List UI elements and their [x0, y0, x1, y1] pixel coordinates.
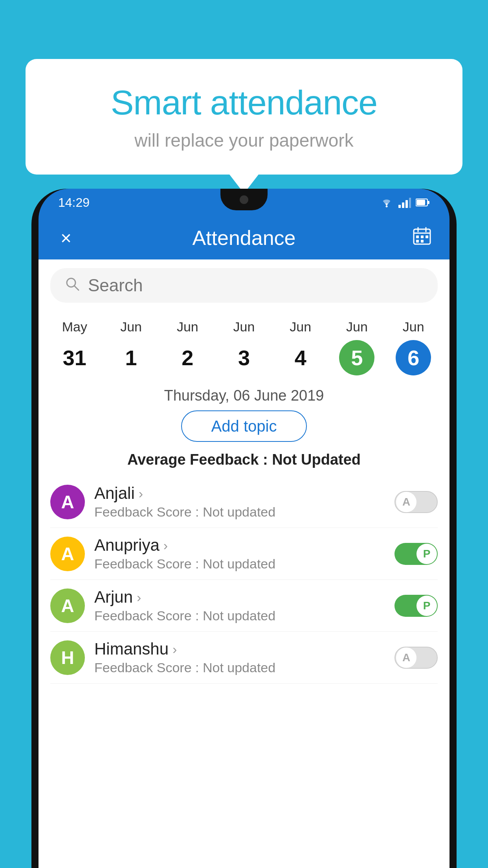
app-bar: × Attendance — [39, 216, 449, 259]
cal-month-label: Jun — [290, 319, 311, 335]
svg-point-0 — [386, 206, 388, 208]
student-name: Himanshu › — [94, 640, 385, 658]
toggle-thumb: A — [396, 647, 416, 668]
attendance-toggle[interactable]: P — [394, 543, 438, 565]
app-bar-title: Attendance — [78, 226, 410, 250]
close-button[interactable]: × — [54, 227, 78, 249]
cal-month-label: Jun — [177, 319, 198, 335]
svg-rect-13 — [421, 235, 424, 238]
speech-bubble-title: Smart attendance — [57, 83, 431, 123]
selected-date-label: Thursday, 06 June 2019 — [39, 387, 449, 404]
chevron-right-icon: › — [172, 642, 177, 657]
svg-rect-16 — [421, 240, 424, 243]
student-list: AAnjali ›Feedback Score : Not updatedAAA… — [39, 476, 449, 684]
search-input[interactable] — [88, 276, 424, 295]
student-item[interactable]: AAnupriya ›Feedback Score : Not updatedP — [50, 528, 438, 580]
cal-day-0[interactable]: May31 — [46, 319, 103, 375]
svg-rect-1 — [398, 205, 401, 208]
cal-day-2[interactable]: Jun2 — [159, 319, 216, 375]
calendar-strip: May31Jun1Jun2Jun3Jun4Jun5Jun6 — [39, 311, 449, 379]
toggle-thumb: P — [416, 596, 437, 616]
cal-day-3[interactable]: Jun3 — [216, 319, 272, 375]
cal-day-5[interactable]: Jun5 — [329, 319, 385, 375]
search-icon — [64, 276, 80, 295]
svg-rect-7 — [427, 201, 429, 204]
cal-date-number[interactable]: 31 — [57, 340, 92, 375]
student-item[interactable]: AArjun ›Feedback Score : Not updatedP — [50, 580, 438, 632]
cal-date-number[interactable]: 6 — [396, 340, 431, 375]
student-avatar: A — [50, 485, 85, 519]
avg-feedback: Average Feedback : Not Updated — [39, 451, 449, 468]
chevron-right-icon: › — [163, 538, 168, 553]
speech-bubble-subtitle: will replace your paperwork — [57, 130, 431, 151]
phone-frame: 14:29 — [31, 189, 457, 868]
notch — [220, 189, 268, 210]
search-bar[interactable] — [50, 268, 438, 303]
avg-feedback-label: Average Feedback : — [127, 451, 268, 468]
student-avatar: H — [50, 640, 85, 675]
speech-bubble-container: Smart attendance will replace your paper… — [26, 59, 462, 175]
avg-feedback-value: Not Updated — [272, 451, 361, 468]
student-avatar: A — [50, 588, 85, 623]
svg-line-18 — [74, 286, 79, 290]
student-item[interactable]: AAnjali ›Feedback Score : Not updatedA — [50, 476, 438, 528]
svg-rect-3 — [405, 200, 408, 208]
status-time: 14:29 — [58, 195, 90, 210]
chevron-right-icon: › — [137, 590, 141, 605]
calendar-icon[interactable] — [410, 226, 434, 250]
battery-icon — [416, 198, 430, 207]
student-item[interactable]: HHimanshu ›Feedback Score : Not updatedA — [50, 632, 438, 684]
cal-month-label: Jun — [403, 319, 424, 335]
student-info: Arjun ›Feedback Score : Not updated — [94, 588, 385, 623]
attendance-toggle[interactable]: P — [394, 595, 438, 617]
svg-rect-15 — [416, 240, 419, 243]
student-avatar: A — [50, 537, 85, 571]
svg-rect-12 — [416, 235, 419, 238]
svg-rect-2 — [402, 202, 404, 208]
toggle-thumb: P — [416, 544, 437, 564]
status-bar: 14:29 — [39, 189, 449, 216]
attendance-toggle[interactable]: A — [394, 491, 438, 513]
signal-icon — [398, 197, 411, 208]
status-icons — [380, 197, 430, 208]
cal-day-6[interactable]: Jun6 — [385, 319, 442, 375]
svg-rect-6 — [416, 200, 425, 205]
cal-month-label: Jun — [233, 319, 255, 335]
student-info: Himanshu ›Feedback Score : Not updated — [94, 640, 385, 675]
cal-date-number[interactable]: 1 — [114, 340, 149, 375]
cal-month-label: May — [62, 319, 87, 335]
phone-screen: May31Jun1Jun2Jun3Jun4Jun5Jun6 Thursday, … — [39, 259, 449, 868]
cal-date-number[interactable]: 4 — [283, 340, 318, 375]
cal-date-number[interactable]: 2 — [170, 340, 205, 375]
svg-rect-14 — [426, 235, 428, 238]
cal-day-1[interactable]: Jun1 — [103, 319, 160, 375]
speech-bubble: Smart attendance will replace your paper… — [26, 59, 462, 175]
cal-date-number[interactable]: 5 — [339, 340, 374, 375]
student-name: Arjun › — [94, 588, 385, 607]
student-name: Anjali › — [94, 484, 385, 503]
toggle-thumb: A — [396, 492, 416, 512]
wifi-icon — [380, 197, 394, 208]
student-score: Feedback Score : Not updated — [94, 504, 385, 520]
cal-month-label: Jun — [120, 319, 142, 335]
attendance-toggle[interactable]: A — [394, 647, 438, 669]
camera-notch — [240, 195, 248, 204]
cal-day-4[interactable]: Jun4 — [272, 319, 329, 375]
add-topic-button[interactable]: Add topic — [181, 410, 307, 442]
student-name: Anupriya › — [94, 536, 385, 555]
svg-rect-4 — [409, 198, 411, 208]
student-score: Feedback Score : Not updated — [94, 556, 385, 572]
student-score: Feedback Score : Not updated — [94, 660, 385, 675]
chevron-right-icon: › — [139, 486, 143, 501]
cal-month-label: Jun — [346, 319, 368, 335]
cal-date-number[interactable]: 3 — [226, 340, 262, 375]
student-score: Feedback Score : Not updated — [94, 608, 385, 623]
phone-inner: 14:29 — [39, 189, 449, 868]
student-info: Anjali ›Feedback Score : Not updated — [94, 484, 385, 520]
student-info: Anupriya ›Feedback Score : Not updated — [94, 536, 385, 572]
